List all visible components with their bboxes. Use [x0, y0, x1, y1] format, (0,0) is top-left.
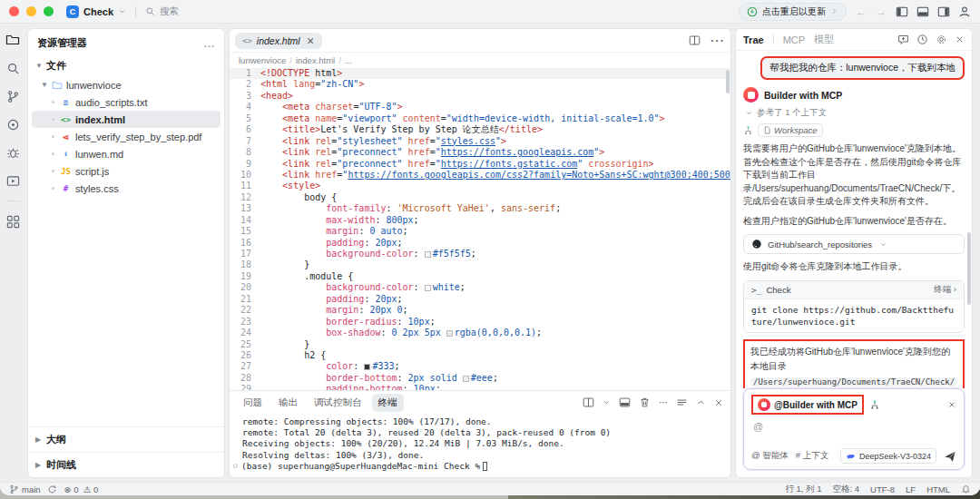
eol[interactable]: LF: [906, 484, 916, 494]
close-panel-icon[interactable]: [955, 34, 965, 44]
new-chat-icon[interactable]: [897, 34, 909, 45]
close-window-button[interactable]: [9, 6, 19, 16]
code-line[interactable]: 13 font-family: 'Microsoft YaHei', sans-…: [230, 203, 730, 214]
file-row-index.html[interactable]: <>index.html: [32, 111, 220, 128]
code-line[interactable]: 8 <link rel="preconnect" href="https://f…: [230, 147, 730, 158]
code-line[interactable]: 6 <title>Let's Verify Step by Step 论文总结<…: [230, 124, 730, 135]
code-line[interactable]: 1<!DOCTYPE html>: [230, 68, 730, 79]
code-line[interactable]: 28 border-bottom: 2px solid #eee;: [230, 373, 730, 384]
encoding[interactable]: UTF-8: [870, 484, 895, 494]
editor-scrollbar[interactable]: [726, 70, 730, 93]
explorer-icon[interactable]: [5, 32, 21, 48]
kill-terminal-icon[interactable]: [639, 396, 651, 408]
update-pill[interactable]: 点击重启以更新: [739, 3, 847, 21]
explorer-menu-button[interactable]: ...: [204, 38, 215, 49]
code-line[interactable]: 16 padding: 20px;: [230, 238, 730, 249]
indentation[interactable]: 空格: 4: [833, 484, 860, 495]
code-line[interactable]: 19 .module {: [230, 271, 730, 282]
search-sidebar-icon[interactable]: [5, 60, 21, 76]
breadcrumb-item[interactable]: ...: [345, 55, 352, 65]
code-line[interactable]: 20 background-color: white;: [230, 282, 730, 293]
tab-trae[interactable]: Trae: [743, 34, 764, 45]
code-line[interactable]: 23 border-radius: 10px;: [230, 317, 730, 328]
extensions-icon[interactable]: [5, 213, 21, 230]
tab-index-html[interactable]: <> index.html ✕: [235, 33, 322, 49]
code-line[interactable]: 22 margin: 20px 0;: [230, 305, 730, 316]
remove-agent-icon[interactable]: [947, 400, 956, 409]
code-line[interactable]: 21 padding: 20px;: [230, 294, 730, 305]
code-line[interactable]: 14 max-width: 800px;: [230, 215, 730, 226]
history-icon[interactable]: [916, 34, 928, 45]
panel-tab-输出[interactable]: 输出: [272, 394, 304, 412]
flow-icon[interactable]: [869, 399, 880, 410]
panel-align-icon[interactable]: [676, 396, 688, 408]
notifications-bell-icon[interactable]: [961, 484, 971, 494]
tab-model[interactable]: 模型: [814, 33, 834, 46]
timeline-section-header[interactable]: ▶时间线: [28, 453, 224, 477]
language-mode[interactable]: HTML: [926, 484, 950, 494]
code-line[interactable]: 15 margin: 0 auto;: [230, 226, 730, 237]
nav-back-button[interactable]: ←: [856, 5, 867, 18]
code-line[interactable]: 17 background-color: #f5f5f5;: [230, 249, 730, 259]
code-editor[interactable]: 1<!DOCTYPE html>2<html lang="zh-CN">3<he…: [230, 68, 730, 390]
code-line[interactable]: 2<html lang="zh-CN">: [230, 79, 730, 90]
global-search[interactable]: 搜索: [145, 5, 179, 18]
outline-section-header[interactable]: ▶大纲: [28, 427, 224, 453]
editor-more-icon[interactable]: ⋯: [710, 32, 725, 49]
chat-input-card[interactable]: @Builder with MCP @ @ 智能体 # 上下文 DeepSeek…: [743, 388, 965, 470]
source-control-icon[interactable]: [5, 88, 21, 104]
toggle-bottom-panel-icon[interactable]: [916, 5, 929, 18]
split-terminal-icon[interactable]: [583, 396, 594, 408]
file-row-styles.css[interactable]: #styles.css: [28, 180, 224, 197]
workspace-chip[interactable]: Workspace: [758, 123, 823, 137]
code-line[interactable]: 11 <style>: [230, 181, 730, 191]
file-row-lets_verify_step_by_step.pdf[interactable]: ⋖lets_verify_step_by_step.pdf: [28, 128, 224, 145]
debug-icon[interactable]: [5, 144, 21, 161]
git-branch-status[interactable]: main: [9, 484, 57, 494]
code-line[interactable]: 7 <link rel="stylesheet" href="styles.cs…: [230, 136, 730, 147]
sync-icon[interactable]: [47, 484, 57, 494]
breadcrumb[interactable]: lunwenvioce/index.html/...: [230, 53, 730, 68]
minimize-window-button[interactable]: [26, 6, 36, 16]
chat-input[interactable]: @: [753, 421, 956, 432]
files-section-header[interactable]: ▼文件: [28, 55, 224, 76]
code-line[interactable]: 26 h2 {: [230, 350, 730, 361]
context-reference-toggle[interactable]: 参考了 1 个上下文: [745, 107, 965, 119]
code-line[interactable]: 10 <link href="https://fonts.googleapis.…: [230, 170, 730, 181]
file-row-audio_scripts.txt[interactable]: ≡audio_scripts.txt: [28, 93, 224, 111]
panel-tab-调试控制台[interactable]: 调试控制台: [308, 394, 368, 412]
terminal-output[interactable]: remote: Compressing objects: 100% (17/17…: [230, 415, 730, 477]
zoom-window-button[interactable]: [44, 6, 54, 16]
toggle-right-panel-icon[interactable]: [937, 5, 950, 18]
code-line[interactable]: 27 color: #333;: [230, 361, 730, 372]
file-row-lunwen.md[interactable]: ⬇lunwen.md: [28, 145, 224, 162]
code-line[interactable]: 4 <meta charset="UTF-8">: [230, 102, 730, 113]
code-line[interactable]: 5 <meta name="viewport" content="width=d…: [230, 113, 730, 124]
code-line[interactable]: 25 }: [230, 339, 730, 350]
nav-forward-button[interactable]: →: [876, 5, 887, 18]
file-row-script.js[interactable]: JSscript.js: [28, 162, 224, 180]
workspace-switcher[interactable]: C Check: [66, 5, 126, 18]
context-button[interactable]: # 上下文: [796, 450, 828, 462]
remote-icon[interactable]: [5, 116, 21, 132]
open-terminal-link[interactable]: 终端 ›: [934, 284, 956, 296]
tab-mcp[interactable]: MCP: [783, 34, 805, 45]
breadcrumb-item[interactable]: index.html: [296, 55, 335, 65]
terminal-prompt[interactable]: (base) superhuang@SuperHuangdeMac-mini C…: [242, 461, 721, 472]
tool-call-chip[interactable]: GitHub/search_repositories: [743, 234, 965, 254]
toggle-left-panel-icon[interactable]: [896, 5, 908, 18]
close-tab-icon[interactable]: ✕: [307, 35, 315, 46]
agent-chip[interactable]: @Builder with MCP: [751, 395, 864, 415]
model-selector[interactable]: DeepSeek-V3-0324: [840, 448, 936, 464]
breadcrumb-item[interactable]: lunwenvioce: [239, 55, 286, 65]
terminal-command[interactable]: git clone https://github.com/Backtthefut…: [744, 299, 964, 332]
chat-scrollbar[interactable]: [967, 232, 971, 305]
preview-icon[interactable]: [5, 172, 21, 189]
account-icon[interactable]: [958, 5, 971, 18]
code-line[interactable]: 29 padding-bottom: 10px;: [230, 384, 730, 390]
code-line[interactable]: 3<head>: [230, 91, 730, 102]
split-editor-icon[interactable]: [689, 34, 701, 46]
panel-tab-问题[interactable]: 问题: [237, 394, 269, 412]
split-dropdown-icon[interactable]: [603, 398, 611, 406]
problems-status[interactable]: ⊗ 0 ⚠ 0: [64, 484, 99, 494]
